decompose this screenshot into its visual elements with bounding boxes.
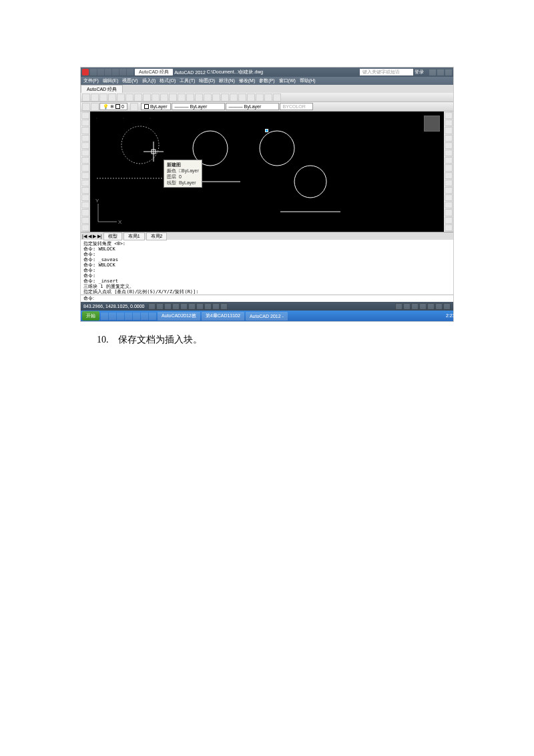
qat-plot-icon[interactable] — [127, 69, 134, 75]
paste-icon[interactable] — [152, 93, 160, 102]
cut-icon[interactable] — [134, 93, 142, 102]
sheetset-icon[interactable] — [247, 93, 255, 102]
point-icon[interactable] — [81, 194, 89, 201]
grid-toggle[interactable] — [156, 303, 164, 310]
arc-icon[interactable] — [81, 150, 89, 156]
taskbar-item[interactable]: 第4章CAD13102 — [202, 312, 244, 321]
menu-window[interactable]: 窗口(W) — [279, 77, 296, 84]
plotstyle-dropdown[interactable]: BYCOLOR — [280, 103, 313, 110]
region-icon[interactable] — [81, 209, 89, 216]
command-line-input[interactable]: 命令: — [81, 295, 453, 302]
pan-icon[interactable] — [186, 93, 194, 102]
array-icon[interactable] — [445, 142, 453, 149]
move-icon[interactable] — [445, 150, 453, 156]
ortho-toggle[interactable] — [164, 303, 172, 310]
block-icon[interactable] — [81, 187, 89, 194]
chamfer-icon[interactable] — [445, 209, 453, 216]
copy-tool-icon[interactable] — [445, 120, 453, 126]
menu-modify[interactable]: 修改(M) — [239, 77, 256, 84]
lineweight-dropdown[interactable]: ———ByLayer — [226, 103, 279, 110]
menu-format[interactable]: 格式(O) — [160, 77, 176, 84]
markup-icon[interactable] — [256, 93, 264, 102]
layer-states-icon[interactable] — [91, 103, 99, 111]
undo-icon[interactable] — [169, 93, 177, 102]
taskbar-item[interactable]: AutoCAD 2012 - — [246, 312, 288, 321]
designcenter-icon[interactable] — [230, 93, 238, 102]
ql-explorer-icon[interactable] — [117, 313, 124, 320]
save-icon[interactable] — [99, 93, 107, 102]
layer-manager-icon[interactable] — [82, 103, 90, 111]
osnap-toggle[interactable] — [180, 303, 188, 310]
layout2-tab[interactable]: 布局2 — [146, 232, 168, 240]
break-icon[interactable] — [445, 194, 453, 201]
dyn-toggle[interactable] — [204, 303, 212, 310]
trim-icon[interactable] — [445, 180, 453, 186]
spline-icon[interactable] — [81, 164, 89, 171]
mtext-icon[interactable] — [81, 224, 89, 231]
menu-file[interactable]: 文件(F) — [83, 77, 99, 84]
menu-view[interactable]: 视图(V) — [122, 77, 138, 84]
preview-icon[interactable] — [117, 93, 125, 102]
linetype-dropdown[interactable]: ———ByLayer — [172, 103, 225, 110]
join-icon[interactable] — [445, 202, 453, 208]
tray-shield-icon[interactable] — [438, 313, 444, 319]
clock-label[interactable]: 2:23 — [446, 313, 452, 319]
polygon-icon[interactable] — [81, 135, 89, 142]
tray-lang-icon[interactable] — [418, 313, 424, 319]
explode-icon[interactable] — [445, 224, 453, 231]
menu-edit[interactable]: 编辑(E) — [103, 77, 118, 84]
view-cube[interactable] — [424, 116, 440, 132]
polar-toggle[interactable] — [172, 303, 180, 310]
prev-tab-icon[interactable]: ◀ — [88, 234, 91, 239]
hardware-accel-icon[interactable] — [427, 303, 435, 310]
ducs-toggle[interactable] — [196, 303, 204, 310]
zoom-window-icon[interactable] — [204, 93, 212, 102]
offset-icon[interactable] — [445, 135, 453, 142]
workspace-selector[interactable]: AutoCAD 经典 — [135, 69, 173, 75]
ql-desktop-icon[interactable] — [109, 313, 116, 320]
zoom-prev-icon[interactable] — [212, 93, 220, 102]
menu-dimension[interactable]: 标注(N) — [219, 77, 235, 84]
pline-icon[interactable] — [81, 127, 89, 134]
xline-icon[interactable] — [81, 120, 89, 126]
model-tab[interactable]: 模型 — [103, 232, 122, 240]
menu-help[interactable]: 帮助(H) — [300, 77, 316, 84]
doc-tab[interactable]: AutoCAD 经典 — [81, 85, 123, 93]
redo-icon[interactable] — [178, 93, 186, 102]
insert-icon[interactable] — [81, 180, 89, 186]
qat-save-icon[interactable] — [105, 69, 111, 75]
first-tab-icon[interactable]: |◀ — [82, 234, 87, 239]
tray-network-icon[interactable] — [431, 313, 437, 319]
stretch-icon[interactable] — [445, 172, 453, 179]
maximize-icon[interactable] — [437, 69, 444, 75]
qat-new-icon[interactable] — [90, 69, 97, 75]
snap-toggle[interactable] — [148, 303, 156, 310]
mirror-icon[interactable] — [445, 127, 453, 134]
hatch-icon[interactable] — [81, 202, 89, 208]
toolpalette-icon[interactable] — [238, 93, 246, 102]
table-icon[interactable] — [81, 217, 89, 224]
ql-word-icon[interactable] — [133, 313, 140, 320]
help-search-input[interactable]: 键入关键字或短语 — [360, 69, 413, 75]
annotation-scale-icon[interactable] — [403, 303, 411, 310]
start-button[interactable]: 开始 — [82, 311, 99, 321]
ql-app-icon[interactable] — [149, 313, 156, 320]
close-icon[interactable] — [445, 69, 452, 75]
ql-im-icon[interactable] — [141, 313, 148, 320]
lock-ui-icon[interactable] — [419, 303, 427, 310]
ql-ie-icon[interactable] — [101, 313, 108, 320]
new-icon[interactable] — [82, 93, 90, 102]
coordinates-label[interactable]: 843.2966, 1428.1025, 0.0000 — [83, 304, 144, 309]
ellipse-icon[interactable] — [81, 172, 89, 179]
copy-icon[interactable] — [143, 93, 151, 102]
otrack-toggle[interactable] — [188, 303, 196, 310]
qat-undo-icon[interactable] — [112, 69, 119, 75]
open-icon[interactable] — [91, 93, 99, 102]
layout1-tab[interactable]: 布局1 — [123, 232, 145, 240]
match-icon[interactable] — [160, 93, 168, 102]
erase-icon[interactable] — [445, 112, 453, 119]
menu-parametric[interactable]: 参数(P) — [259, 77, 274, 84]
qat-open-icon[interactable] — [97, 69, 104, 75]
publish-icon[interactable] — [125, 93, 134, 102]
plot-icon[interactable] — [108, 93, 116, 102]
